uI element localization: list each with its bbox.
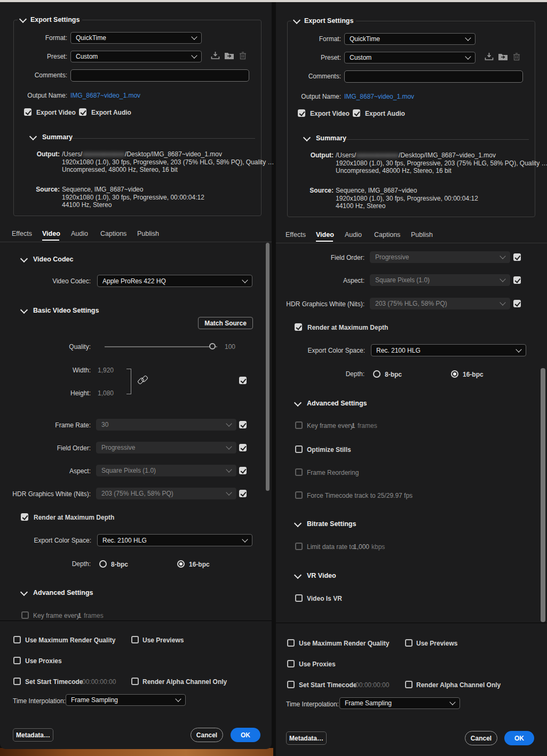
left-aspect-checkbox[interactable] [239,467,247,474]
left-ok-button[interactable]: OK [231,728,260,742]
left-render-max-depth-checkbox[interactable] [21,513,28,521]
left-frame-rate-checkbox[interactable] [239,421,247,428]
right-metadata-button[interactable]: Metadata… [286,731,327,745]
right-aspect-checkbox[interactable] [513,276,521,284]
left-video-codec-dropdown[interactable]: Apple ProRes 422 HQ [97,275,252,287]
left-set-start-timecode-checkbox[interactable] [13,678,21,685]
left-advanced-settings-header[interactable]: Advanced Settings [21,589,93,596]
right-time-interpolation-dropdown[interactable]: Frame Sampling [339,697,460,709]
chevron-down-icon [242,277,248,283]
right-video-is-vr-checkbox[interactable] [295,594,303,602]
right-tab-effects[interactable]: Effects [286,231,306,238]
redacted-username: oooooooooooo [356,152,399,159]
match-source-button[interactable]: Match Source [198,317,253,329]
right-render-max-depth-checkbox[interactable] [295,323,302,331]
chevron-down-icon [465,35,471,41]
left-render-alpha-checkbox[interactable] [131,678,139,685]
right-use-previews-checkbox[interactable] [405,639,413,647]
left-bottom-divider [0,620,272,621]
left-depth-16bpc-radio[interactable] [177,560,185,568]
left-use-previews-checkbox[interactable] [131,636,139,643]
active-tab-underline [42,240,59,241]
left-comments-input[interactable] [70,69,249,82]
right-ok-button[interactable]: OK [504,731,534,745]
right-bitrate-settings-header[interactable]: Bitrate Settings [295,520,356,528]
right-export-settings-header[interactable]: Export Settings [291,17,356,25]
right-comments-input[interactable] [344,70,523,83]
left-preset-dropdown[interactable]: Custom [70,51,202,62]
right-keyframe-unit: frames [358,422,377,429]
left-export-video-checkbox[interactable] [24,108,31,116]
right-cancel-button[interactable]: Cancel [465,731,497,745]
link-dimensions-icon[interactable] [138,376,148,383]
left-basic-video-settings-header[interactable]: Basic Video Settings [21,307,99,314]
right-depth-8bpc-radio[interactable] [373,370,380,378]
right-export-video-checkbox[interactable] [298,109,305,117]
import-preset-icon[interactable] [498,53,508,60]
right-hdr-checkbox[interactable] [513,300,521,307]
left-comments-label: Comments: [11,71,67,79]
right-scrollbar-thumb[interactable] [541,368,545,622]
desktop-orange-strip [0,748,273,756]
chevron-down-icon [294,399,302,406]
left-scrollbar-thumb[interactable] [266,243,269,491]
left-field-order-checkbox[interactable] [239,444,247,451]
right-use-max-render-quality-checkbox[interactable] [287,639,295,647]
right-summary-header[interactable]: Summary [304,134,346,142]
left-format-dropdown[interactable]: QuickTime [70,32,202,44]
left-depth-8bpc-radio[interactable] [99,560,107,568]
right-export-video-label: Export Video [310,110,350,117]
right-depth-16bpc-radio[interactable] [451,370,458,378]
left-tab-captions[interactable]: Captions [100,230,126,237]
left-export-audio-checkbox[interactable] [79,108,86,116]
left-size-checkbox[interactable] [239,377,247,384]
right-advanced-settings-header[interactable]: Advanced Settings [295,400,367,407]
left-field-order-label: Field Order: [11,444,91,452]
tabs-divider [0,242,272,242]
left-export-color-space-dropdown[interactable]: Rec. 2100 HLG [97,534,252,546]
left-metadata-button[interactable]: Metadata… [13,728,53,742]
left-use-proxies-checkbox[interactable] [13,657,21,664]
save-preset-icon[interactable] [211,51,220,60]
right-preset-dropdown[interactable]: Custom [344,52,475,63]
left-tab-effects[interactable]: Effects [12,230,32,237]
left-export-settings-header[interactable]: Export Settings [18,15,82,24]
right-optimize-stills-checkbox[interactable] [295,445,303,453]
right-tab-captions[interactable]: Captions [374,231,400,238]
left-export-audio-label: Export Audio [91,109,131,116]
left-hdr-checkbox[interactable] [239,490,247,497]
import-preset-icon[interactable] [224,52,234,59]
chevron-down-icon [449,699,455,705]
summary-output-label: Output: [284,152,334,159]
right-tab-video[interactable]: Video [316,231,334,238]
left-summary-header[interactable]: Summary [30,133,73,141]
left-width-value: 1,920 [98,367,114,374]
summary-source-line3: 44100 Hz, Stereo [62,201,112,209]
right-vr-video-header[interactable]: VR Video [295,572,336,579]
left-time-interpolation-dropdown[interactable]: Frame Sampling [66,694,186,706]
summary-divider [346,139,529,140]
right-tab-publish[interactable]: Publish [411,231,433,238]
left-video-codec-header[interactable]: Video Codec [21,256,73,263]
right-export-audio-checkbox[interactable] [353,109,360,117]
right-field-order-checkbox[interactable] [513,253,521,261]
right-tab-audio[interactable]: Audio [345,231,362,238]
save-preset-icon[interactable] [485,52,494,61]
left-use-max-render-quality-checkbox[interactable] [13,636,21,643]
left-tab-publish[interactable]: Publish [137,230,159,237]
right-output-name-link[interactable]: IMG_8687~video_1.mov [344,93,414,100]
right-preset-label: Preset: [284,54,341,61]
left-cancel-button[interactable]: Cancel [191,728,223,742]
right-export-color-space-dropdown[interactable]: Rec. 2100 HLG [371,344,526,356]
right-set-start-timecode-checkbox[interactable] [287,681,295,688]
right-format-dropdown[interactable]: QuickTime [344,33,475,45]
left-tab-video[interactable]: Video [42,230,60,237]
left-output-name-link[interactable]: IMG_8687~video_1.mov [70,92,140,99]
right-use-max-render-quality-label: Use Maximum Render Quality [299,640,389,647]
left-timecode-value: 00:00:00:00 [82,678,116,686]
left-depth-16bpc-label: 16-bpc [189,561,210,568]
right-use-proxies-checkbox[interactable] [287,660,295,667]
quality-slider-knob[interactable] [209,343,216,349]
left-tab-audio[interactable]: Audio [71,230,88,237]
right-render-alpha-checkbox[interactable] [405,681,413,688]
